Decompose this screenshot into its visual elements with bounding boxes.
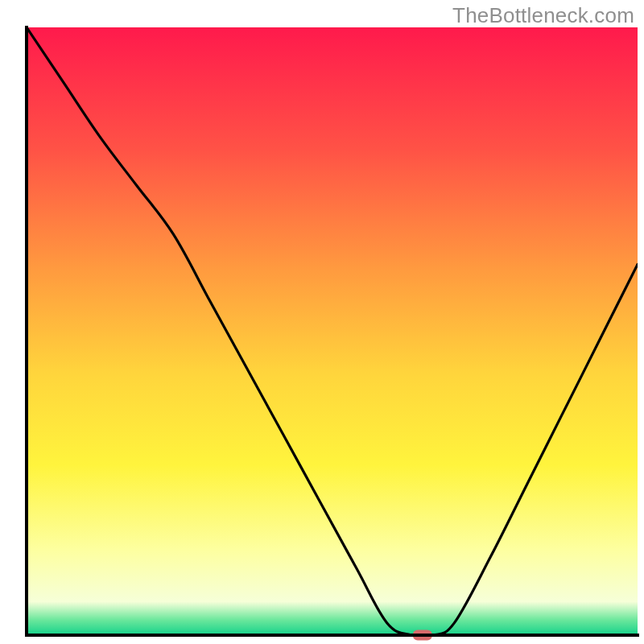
bottleneck-chart xyxy=(0,0,644,644)
chart-frame: TheBottleneck.com xyxy=(0,0,644,644)
plot-background xyxy=(27,27,638,635)
